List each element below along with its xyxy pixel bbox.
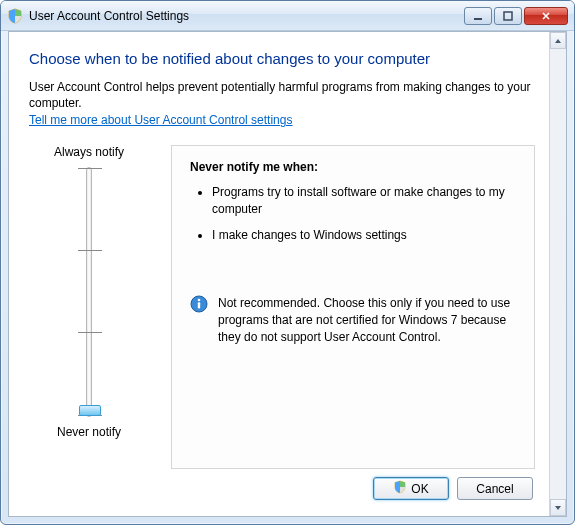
bullet-item: I make changes to Windows settings — [212, 227, 518, 243]
panel-heading: Never notify me when: — [190, 160, 518, 174]
slider-bottom-label: Never notify — [57, 425, 121, 439]
intro-text: User Account Control helps prevent poten… — [29, 79, 535, 111]
titlebar[interactable]: User Account Control Settings — [1, 1, 574, 31]
scroll-track[interactable] — [550, 49, 566, 499]
cancel-label: Cancel — [476, 482, 513, 496]
svg-rect-0 — [474, 18, 482, 20]
minimize-button[interactable] — [464, 7, 492, 25]
ok-label: OK — [411, 482, 428, 496]
description-panel: Never notify me when: Programs try to in… — [171, 145, 535, 469]
slider-thumb[interactable] — [79, 405, 101, 416]
window-controls — [464, 7, 568, 25]
note-text: Not recommended. Choose this only if you… — [218, 295, 518, 345]
help-link[interactable]: Tell me more about User Account Control … — [29, 113, 535, 127]
window-frame: User Account Control Settings Choose whe… — [0, 0, 575, 525]
cancel-button[interactable]: Cancel — [457, 477, 533, 500]
scroll-down-button[interactable] — [550, 499, 566, 516]
svg-point-3 — [198, 299, 201, 302]
info-icon — [190, 295, 208, 313]
ok-button[interactable]: OK — [373, 477, 449, 500]
svg-rect-1 — [504, 12, 512, 20]
scroll-up-button[interactable] — [550, 32, 566, 49]
client-area: Choose when to be notified about changes… — [8, 31, 567, 517]
main-row: Always notify Never notify Never notif — [29, 145, 535, 469]
slider-top-label: Always notify — [54, 145, 124, 159]
window-title: User Account Control Settings — [29, 9, 464, 23]
close-button[interactable] — [524, 7, 568, 25]
button-row: OK Cancel — [29, 469, 535, 504]
slider-track — [86, 167, 92, 417]
bullet-item: Programs try to install software or make… — [212, 184, 518, 216]
maximize-button[interactable] — [494, 7, 522, 25]
content: Choose when to be notified about changes… — [9, 32, 549, 516]
shield-icon — [7, 8, 23, 24]
svg-rect-4 — [198, 302, 200, 308]
page-heading: Choose when to be notified about changes… — [29, 50, 535, 67]
panel-bullets: Programs try to install software or make… — [198, 184, 518, 253]
vertical-scrollbar[interactable] — [549, 32, 566, 516]
shield-icon — [393, 480, 407, 497]
slider[interactable] — [64, 167, 114, 417]
note-row: Not recommended. Choose this only if you… — [190, 295, 518, 345]
slider-column: Always notify Never notify — [29, 145, 149, 469]
